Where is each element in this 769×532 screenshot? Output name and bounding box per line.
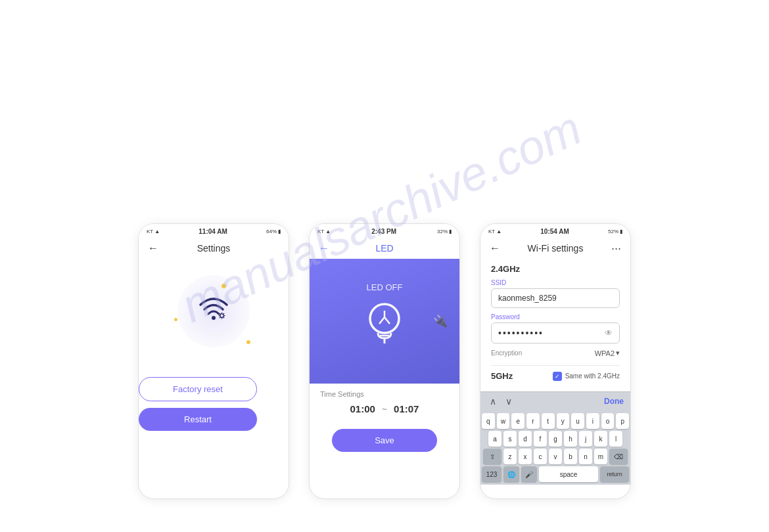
key-c[interactable]: c	[534, 449, 547, 464]
chevron-down-icon[interactable]: ▾	[616, 349, 620, 357]
battery-text-1: 64%	[266, 229, 277, 234]
battery-icon-2: ▮	[449, 229, 452, 234]
settings-title: Settings	[197, 243, 231, 254]
signal-text-1: KT	[147, 229, 153, 234]
dot-2	[174, 318, 177, 321]
freq-5ghz-row: 5GHz ✓ Same with 2.4GHz	[491, 371, 620, 381]
keyboard: q w e r t y u i o p a s d f g h j k	[480, 410, 630, 485]
shift-key[interactable]: ⇧	[483, 449, 501, 464]
globe-key[interactable]: 🌐	[503, 466, 519, 482]
key-b[interactable]: b	[564, 449, 577, 464]
encryption-row: Encryption WPA2 ▾	[491, 349, 620, 357]
key-d[interactable]: d	[519, 431, 532, 447]
eye-icon[interactable]: 👁	[605, 328, 613, 338]
key-o[interactable]: o	[601, 413, 615, 429]
key-j[interactable]: j	[579, 431, 592, 447]
key-m[interactable]: m	[594, 449, 607, 464]
signal-1: KT ▲	[147, 229, 160, 234]
key-n[interactable]: n	[579, 449, 592, 464]
key-i[interactable]: i	[586, 413, 599, 429]
numeric-key[interactable]: 123	[482, 466, 501, 482]
status-bar-3: KT ▲ 10:54 AM 52% ▮	[480, 224, 630, 238]
time-start[interactable]: 01:00	[350, 403, 375, 414]
time-settings: Time Settings 01:00 ~ 01:07	[310, 384, 459, 421]
key-q[interactable]: q	[482, 413, 495, 429]
factory-reset-button[interactable]: Factory reset	[139, 377, 257, 401]
encryption-value: WPA2 ▾	[595, 349, 620, 357]
bulb-icon	[361, 299, 408, 361]
key-e[interactable]: e	[511, 413, 524, 429]
status-bar-1: KT ▲ 11:04 AM 64% ▮	[139, 224, 289, 238]
led-off-label: LED OFF	[367, 282, 403, 292]
battery-icon-1: ▮	[278, 229, 281, 234]
same-wifi-option[interactable]: ✓ Same with 2.4GHz	[553, 372, 620, 381]
battery-2: 32% ▮	[437, 229, 452, 234]
key-t[interactable]: t	[542, 413, 555, 429]
share-button[interactable]: ⋯	[611, 242, 621, 254]
svg-line-8	[384, 317, 390, 324]
keyboard-row-4: 123 🌐 🎤 space return	[482, 466, 629, 482]
wifi-gear-icon	[194, 288, 233, 335]
keyboard-done-button[interactable]: Done	[604, 397, 624, 406]
divider	[491, 365, 620, 366]
battery-text-2: 32%	[437, 229, 448, 234]
signal-3: KT ▲	[488, 229, 501, 234]
restart-button[interactable]: Restart	[139, 408, 257, 431]
ssid-input[interactable]: kaonmesh_8259	[491, 288, 620, 308]
freq-24-label: 2.4GHz	[491, 264, 620, 274]
checkmark-icon: ✓	[555, 373, 560, 380]
key-h[interactable]: h	[564, 431, 577, 447]
battery-icon-3: ▮	[620, 229, 622, 234]
time-end[interactable]: 01:07	[394, 403, 419, 414]
time-1: 11:04 AM	[198, 228, 227, 235]
back-button-2[interactable]: ←	[319, 242, 329, 254]
mic-key[interactable]: 🎤	[521, 466, 537, 482]
wifi-icon-1: ▲	[154, 229, 160, 234]
svg-point-0	[212, 316, 216, 320]
key-v[interactable]: v	[549, 449, 562, 464]
key-r[interactable]: r	[526, 413, 540, 429]
password-input[interactable]: •••••••••• 👁	[491, 322, 620, 344]
settings-buttons: Factory reset Restart	[139, 377, 257, 431]
phone-settings: KT ▲ 11:04 AM 64% ▮ ← Settings	[138, 223, 289, 499]
keyboard-nav-up[interactable]: ∧	[487, 395, 499, 408]
checkbox-same-wifi[interactable]: ✓	[553, 372, 562, 381]
wifi-icon-3: ▲	[496, 229, 501, 234]
wifi-title: Wi-Fi settings	[528, 243, 584, 254]
phone-wifi-settings: KT ▲ 10:54 AM 52% ▮ ← Wi-Fi settings ⋯ 2…	[480, 223, 631, 499]
key-u[interactable]: u	[571, 413, 584, 429]
keyboard-row-1: q w e r t y u i o p	[482, 413, 629, 429]
save-button[interactable]: Save	[332, 429, 437, 452]
encryption-label: Encryption	[491, 349, 522, 357]
ssid-label: SSID	[491, 279, 620, 286]
keyboard-nav-down[interactable]: ∨	[503, 395, 515, 408]
key-y[interactable]: y	[557, 413, 570, 429]
battery-3: 52% ▮	[608, 229, 622, 234]
dot-3	[246, 340, 250, 344]
settings-header: ← Settings	[139, 238, 289, 259]
time-settings-label: Time Settings	[320, 390, 449, 398]
back-button-1[interactable]: ←	[148, 242, 158, 254]
key-x[interactable]: x	[519, 449, 532, 464]
key-s[interactable]: s	[503, 431, 517, 447]
key-k[interactable]: k	[594, 431, 607, 447]
led-header: ← LED	[310, 238, 459, 259]
wifi-form: 2.4GHz SSID kaonmesh_8259 Password •••••…	[480, 259, 630, 391]
back-button-3[interactable]: ←	[490, 242, 500, 254]
plug-icon: 🔌	[433, 314, 448, 328]
key-a[interactable]: a	[488, 431, 501, 447]
key-w[interactable]: w	[497, 413, 510, 429]
status-bar-2: KT ▲ 2:43 PM 32% ▮	[310, 224, 459, 238]
key-z[interactable]: z	[503, 449, 517, 464]
key-f[interactable]: f	[534, 431, 547, 447]
key-l[interactable]: l	[609, 431, 622, 447]
backspace-key[interactable]: ⌫	[609, 449, 628, 464]
return-key[interactable]: return	[600, 466, 629, 482]
space-key[interactable]: space	[539, 466, 598, 482]
key-g[interactable]: g	[549, 431, 562, 447]
battery-1: 64% ▮	[266, 229, 281, 234]
key-p[interactable]: p	[616, 413, 629, 429]
same-wifi-label: Same with 2.4GHz	[565, 372, 620, 380]
phone-led: KT ▲ 2:43 PM 32% ▮ ← LED LED OFF	[309, 223, 460, 499]
password-label: Password	[491, 313, 620, 321]
